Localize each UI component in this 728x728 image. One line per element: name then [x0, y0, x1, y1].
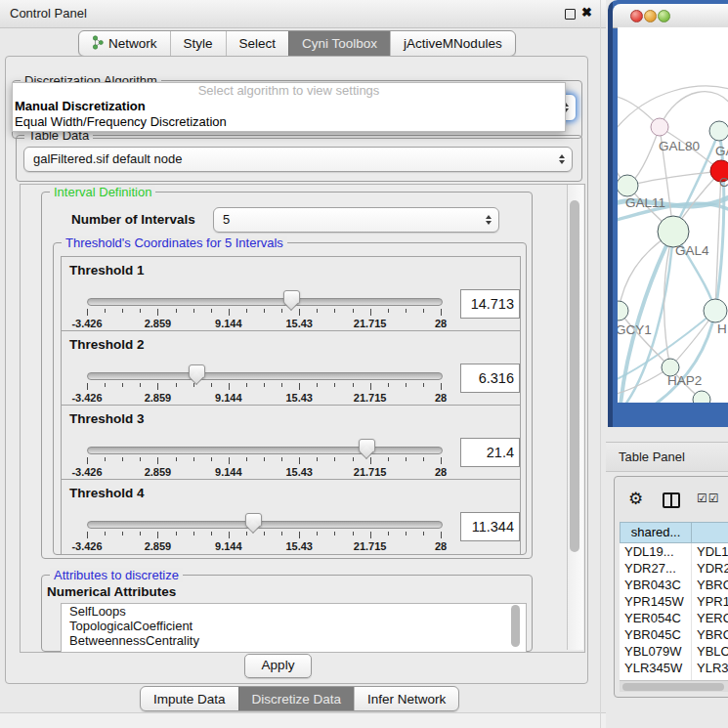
list-item-selfloops[interactable]: SelfLoops — [62, 604, 526, 619]
threshold-value-field[interactable]: 6.316 — [460, 364, 520, 393]
node-gal80[interactable] — [651, 118, 668, 136]
tick-mark — [281, 309, 282, 313]
node-gal11[interactable] — [618, 175, 638, 196]
tab-infer-network[interactable]: Infer Network — [354, 687, 458, 710]
table-row[interactable]: YPR145WYPR1 — [620, 593, 728, 610]
slider-handle[interactable] — [283, 290, 300, 304]
graph-edge[interactable] — [627, 171, 721, 186]
minimize-traffic-light-icon[interactable] — [644, 10, 657, 22]
tab-cyni-toolbox[interactable]: Cyni Toolbox — [288, 31, 390, 56]
tick-mark — [264, 309, 265, 313]
apply-button[interactable]: Apply — [244, 654, 312, 678]
tick-mark — [211, 309, 212, 313]
popup-item-manual-discretization[interactable]: Manual Discretization — [13, 99, 565, 114]
tick-mark — [423, 383, 424, 387]
split-columns-icon[interactable] — [663, 492, 680, 508]
table-row[interactable]: YBR043CYBRO — [620, 577, 728, 593]
tick-mark — [140, 309, 141, 313]
close-icon[interactable]: ✖ — [581, 5, 592, 20]
slider-track[interactable] — [87, 298, 443, 306]
tick-mark — [87, 309, 88, 316]
tab-label: Impute Data — [153, 692, 226, 707]
tick-label: 2.859 — [145, 318, 172, 329]
zoom-traffic-light-icon[interactable] — [658, 10, 670, 22]
tab-discretize-data[interactable]: Discretize Data — [238, 687, 355, 710]
tick-label: -3.426 — [71, 466, 102, 478]
tick-mark — [246, 457, 247, 461]
select-columns-icon[interactable]: ☑☑ — [697, 492, 720, 505]
network-window-titlebar[interactable] — [613, 4, 728, 28]
tick-mark — [423, 532, 424, 535]
tab-jactivemnodules[interactable]: jActiveMNodules — [390, 31, 515, 56]
table-row[interactable]: YDR27...YDR2 — [620, 560, 728, 577]
threshold-value-field[interactable]: 21.4 — [460, 438, 520, 467]
slider-tick-labels: -3.4262.8599.14415.4321.71528 — [87, 466, 441, 478]
tab-label: Network — [108, 36, 157, 51]
tick-label: 21.715 — [354, 318, 387, 329]
popup-placeholder-text: Select algorithm to view settings — [13, 83, 565, 99]
node-h[interactable] — [704, 299, 727, 322]
tab-label: Select — [239, 36, 277, 51]
bottom-tabbar: Impute DataDiscretize DataInfer Network — [140, 686, 459, 711]
slider-track[interactable] — [87, 372, 443, 380]
tick-label: 2.859 — [145, 466, 172, 478]
network-canvas[interactable]: GAL80GACGAL11GAL4GCY1HHAP2 — [618, 27, 728, 403]
tab-impute-data[interactable]: Impute Data — [141, 687, 238, 710]
list-item-betweennesscentrality[interactable]: BetweennessCentrality — [62, 633, 526, 648]
tick-mark — [441, 309, 442, 316]
tick-label: -3.426 — [71, 392, 102, 404]
tick-label: -3.426 — [71, 318, 102, 329]
table-panel-title: Table Panel — [619, 450, 685, 464]
tick-mark — [281, 457, 282, 461]
list-item-topologicalcoefficient[interactable]: TopologicalCoefficient — [62, 619, 526, 633]
tick-mark — [353, 457, 354, 461]
close-traffic-light-icon[interactable] — [630, 10, 643, 22]
tab-select[interactable]: Select — [226, 31, 289, 56]
horizontal-scrollbar[interactable] — [620, 680, 728, 692]
graph-edge[interactable] — [621, 232, 673, 403]
tick-mark — [229, 457, 230, 464]
table-row[interactable]: YER054CYERO — [620, 610, 728, 626]
table-cell: YER054C — [620, 610, 692, 626]
tick-mark — [87, 383, 88, 390]
tick-mark — [87, 532, 88, 538]
column-header-shared-[interactable]: shared... — [620, 522, 692, 543]
tick-mark — [317, 457, 318, 461]
table-row[interactable]: YBR045CYBRO — [620, 626, 728, 643]
vertical-scrollbar-thumb[interactable] — [570, 200, 579, 552]
tab-network[interactable]: Network — [79, 31, 170, 56]
numerical-attributes-list[interactable]: SelfLoopsTopologicalCoefficientBetweenne… — [61, 603, 527, 653]
settings-gear-icon[interactable]: ⚙ — [628, 491, 643, 507]
table-data-combobox[interactable]: galFiltered.sif default node — [23, 147, 573, 172]
node-top-right[interactable] — [709, 121, 728, 141]
threshold-value-field[interactable]: 14.713 — [460, 289, 520, 319]
node-bottom[interactable] — [693, 391, 710, 403]
slider-handle[interactable] — [245, 513, 262, 527]
graph-edge[interactable] — [625, 232, 673, 403]
node-gcy1[interactable] — [618, 301, 628, 321]
table-row[interactable]: YBL079WYBLO — [620, 643, 728, 660]
slider-track[interactable] — [87, 521, 443, 529]
numerical-attributes-label: Numerical Attributes — [47, 584, 176, 599]
node-label-gal80: GAL80 — [659, 139, 700, 153]
tick-mark — [317, 309, 318, 313]
slider-handle[interactable] — [189, 364, 205, 378]
slider-track[interactable] — [87, 447, 443, 454]
table-row[interactable]: YDL19...YDL1 — [620, 543, 728, 560]
tick-label: 28 — [435, 540, 447, 552]
popup-item-equal-width-frequency-discretization[interactable]: Equal Width/Frequency Discretization — [13, 114, 565, 130]
number-of-intervals-combobox[interactable]: 5 — [213, 207, 499, 233]
table-cell: YDL1 — [692, 543, 728, 560]
table-row[interactable]: YLR345WYLR3 — [620, 660, 728, 676]
slider-handle[interactable] — [359, 439, 375, 452]
horizontal-scrollbar-thumb[interactable] — [622, 683, 724, 691]
threshold-value-field[interactable]: 11.344 — [460, 512, 520, 541]
column-header-na[interactable]: na — [692, 522, 728, 543]
list-scrollbar-thumb[interactable] — [511, 605, 520, 647]
tick-mark — [246, 532, 247, 535]
tick-mark — [334, 532, 335, 535]
tab-style[interactable]: Style — [170, 31, 226, 56]
tick-mark — [423, 309, 424, 313]
tick-label: 28 — [435, 392, 447, 404]
float-window-icon[interactable] — [565, 9, 576, 20]
